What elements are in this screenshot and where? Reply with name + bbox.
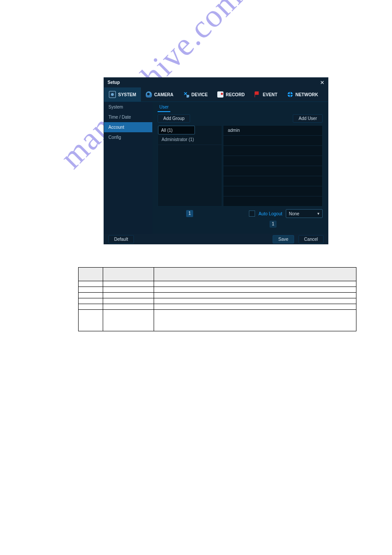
- table-cell: [154, 298, 356, 304]
- table-cell: [154, 287, 356, 293]
- user-list-panel: admin: [223, 125, 323, 207]
- default-button[interactable]: Default: [108, 235, 134, 243]
- auto-logout-value: None: [289, 211, 299, 216]
- table-cell: [103, 287, 154, 293]
- cancel-button[interactable]: Cancel: [298, 235, 324, 243]
- table-cell: [79, 298, 103, 304]
- user-row-empty: [223, 166, 322, 176]
- user-pager-1[interactable]: 1: [270, 221, 277, 228]
- group-row-administrator[interactable]: Administrator (1): [158, 134, 222, 145]
- user-row-empty: [223, 146, 322, 156]
- group-row-all[interactable]: All (1): [158, 126, 195, 134]
- user-row-empty: [223, 176, 322, 186]
- tab-network[interactable]: NETWORK: [282, 87, 323, 102]
- table-cell: [79, 281, 103, 287]
- subtab-row: User: [158, 102, 323, 112]
- tab-network-label: NETWORK: [295, 92, 318, 97]
- footer-right: Save Cancel: [273, 235, 324, 243]
- setup-window: Setup ✕ SYSTEM CAMERA DEVICE RECORD: [104, 78, 328, 244]
- device-icon: [183, 91, 189, 98]
- table-cell: [103, 310, 154, 331]
- sidebar-item-system[interactable]: System: [104, 102, 152, 112]
- tab-system[interactable]: SYSTEM: [104, 87, 141, 102]
- sidebar-item-timedate[interactable]: Time / Date: [104, 112, 152, 122]
- sidebar-item-account[interactable]: Account: [104, 122, 152, 132]
- table-header-1: [103, 268, 154, 281]
- table-row: [79, 310, 356, 331]
- table-cell: [79, 287, 103, 293]
- table-header-0: [79, 268, 103, 281]
- system-icon: [109, 91, 116, 98]
- user-row-admin[interactable]: admin: [223, 126, 322, 136]
- description-table: [78, 267, 356, 331]
- tab-event-label: EVENT: [263, 92, 277, 97]
- auto-logout-checkbox[interactable]: [249, 210, 255, 217]
- main-tab-strip: SYSTEM CAMERA DEVICE RECORD EVENT NETWOR…: [104, 87, 328, 102]
- chevron-down-icon: ▾: [317, 211, 320, 216]
- table-header-2: [154, 268, 356, 281]
- table-row: [79, 298, 356, 304]
- titlebar: Setup ✕: [104, 78, 328, 87]
- table-row: [79, 293, 356, 298]
- record-icon: [217, 91, 223, 98]
- user-row-empty: [223, 196, 322, 206]
- table-row: [79, 281, 356, 287]
- close-icon[interactable]: ✕: [320, 78, 324, 87]
- event-icon: [255, 91, 261, 98]
- user-row-empty: [223, 186, 322, 196]
- tab-device[interactable]: DEVICE: [178, 87, 212, 102]
- tab-record[interactable]: RECORD: [212, 87, 249, 102]
- table-cell: [154, 293, 356, 298]
- user-pager-row: 1: [158, 221, 323, 228]
- auto-logout-select[interactable]: None ▾: [286, 209, 323, 218]
- table-cell: [154, 281, 356, 287]
- user-row-empty: [223, 136, 322, 146]
- panels-row: All (1) Administrator (1) admin: [158, 125, 323, 207]
- user-row-empty: [223, 156, 322, 166]
- window-title: Setup: [108, 78, 120, 87]
- table-cell: [154, 304, 356, 310]
- table-cell: [154, 310, 356, 331]
- table-cell: [103, 281, 154, 287]
- table-cell: [79, 304, 103, 310]
- table-cell: [79, 310, 103, 331]
- table-row: [79, 304, 356, 310]
- content-area: User Add Group Add User All (1) Administ…: [152, 102, 328, 234]
- sidebar: System Time / Date Account Config: [104, 102, 152, 234]
- tab-event[interactable]: EVENT: [250, 87, 282, 102]
- user-toolbar: Add Group Add User: [158, 114, 323, 123]
- footer-bar: Default Save Cancel: [104, 234, 328, 244]
- group-list-panel: All (1) Administrator (1): [158, 125, 222, 207]
- save-button[interactable]: Save: [273, 235, 294, 243]
- sidebar-item-config[interactable]: Config: [104, 132, 152, 142]
- table-cell: [79, 293, 103, 298]
- network-icon: [287, 91, 293, 98]
- group-row-empty: [158, 145, 222, 203]
- tab-camera-label: CAMERA: [154, 92, 173, 97]
- table-cell: [103, 293, 154, 298]
- subtab-user[interactable]: User: [158, 103, 170, 112]
- tab-system-label: SYSTEM: [118, 92, 136, 97]
- add-user-button[interactable]: Add User: [293, 114, 323, 123]
- table-cell: [103, 298, 154, 304]
- pager-row: 1 Auto Logout None ▾: [158, 209, 323, 218]
- table-row: [79, 287, 356, 293]
- table-header-row: [79, 268, 356, 281]
- auto-logout-area: Auto Logout None ▾: [249, 209, 323, 218]
- auto-logout-label: Auto Logout: [259, 211, 282, 216]
- body-area: System Time / Date Account Config User A…: [104, 102, 328, 234]
- group-pager-1[interactable]: 1: [186, 210, 193, 217]
- tab-camera[interactable]: CAMERA: [141, 87, 178, 102]
- table-cell: [103, 304, 154, 310]
- tab-device-label: DEVICE: [191, 92, 208, 97]
- camera-icon: [146, 91, 152, 98]
- tab-record-label: RECORD: [226, 92, 245, 97]
- add-group-button[interactable]: Add Group: [158, 114, 190, 123]
